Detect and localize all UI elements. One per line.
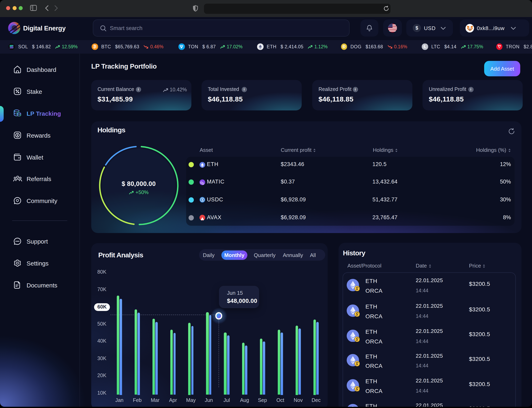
- svg-text:$: $: [202, 198, 203, 202]
